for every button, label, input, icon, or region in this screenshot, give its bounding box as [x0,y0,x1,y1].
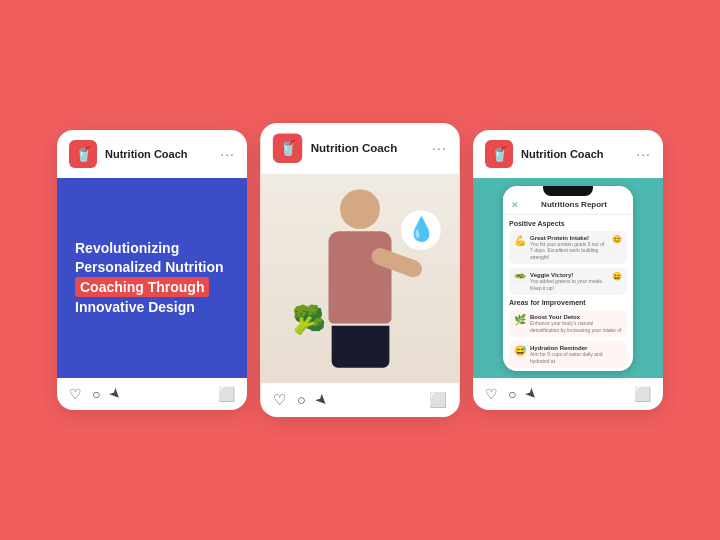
phone-notch [543,186,593,196]
bookmark-icon-2[interactable]: ⬜ [429,392,447,409]
card-2-content: 🥦 💧 [260,173,460,383]
share-icon-2[interactable]: ➤ [312,390,333,411]
card-2-header: 🥤 Nutrition Coach ··· [260,123,460,173]
comment-icon-3[interactable]: ○ [508,386,516,402]
nutrition-desc-2: You added greens to your meals. Keep it … [530,278,608,291]
heart-icon[interactable]: ♡ [69,386,82,402]
nutrition-desc-1: You hit your protein goals 5 out of 7 da… [530,241,608,261]
card-1-highlight: Coaching Through [75,277,209,297]
card-3: 🥤 Nutrition Coach ··· ✕ Nutritions Repor… [473,130,663,410]
card-3-content: ✕ Nutritions Report Positive Aspects 💪 G… [473,178,663,378]
card-2: 🥤 Nutrition Coach ··· 🥦 💧 [260,123,460,417]
bookmark-icon-3[interactable]: ⬜ [634,386,651,402]
nutrition-item-2: 🥗 Veggie Victory! You added greens to yo… [509,268,627,295]
card-2-username: Nutrition Coach [311,142,424,155]
positive-section-title: Positive Aspects [509,220,627,227]
card-2-image: 🥦 💧 [260,173,460,383]
heart-icon-2[interactable]: ♡ [273,392,287,409]
nutrition-icon-2: 🥗 [514,272,526,283]
card-1-username: Nutrition Coach [105,148,212,160]
card-1-content: Revolutionizing Personalized Nutrition C… [57,178,247,378]
nutrition-item-1: 💪 Great Protein Intake! You hit your pro… [509,231,627,265]
card-3-footer: ♡ ○ ➤ ⬜ [473,378,663,410]
share-icon-3[interactable]: ➤ [523,384,543,404]
person-legs [331,326,389,368]
improvement-section: Areas for Improvement 🌿 Boost Your Detox… [509,299,627,368]
card-3-image: ✕ Nutritions Report Positive Aspects 💪 G… [473,178,663,378]
improvement-section-title: Areas for Improvement [509,299,627,306]
comment-icon[interactable]: ○ [92,386,100,402]
person-figure [313,189,408,368]
phone-app-body: Positive Aspects 💪 Great Protein Intake!… [503,215,633,371]
positive-icon-1: 😊 [612,235,622,244]
improvement-item-1: 🌿 Boost Your Detox Enhance your body's n… [509,310,627,337]
card-2-dots[interactable]: ··· [432,140,447,157]
improvement-text-2: Hydration Reminder Aim for 8 cups of wat… [530,345,622,364]
card-1-avatar: 🥤 [69,140,97,168]
person-arms [369,246,424,280]
comment-icon-2[interactable]: ○ [297,392,306,409]
nutrition-text-1: Great Protein Intake! You hit your prote… [530,235,608,261]
phone-mockup: ✕ Nutritions Report Positive Aspects 💪 G… [503,186,633,371]
phone-back-button[interactable]: ✕ [511,200,519,210]
person-body [329,231,392,324]
improvement-icon-2: 😅 [514,345,526,356]
cards-container: 🥤 Nutrition Coach ··· Revolutionizing Pe… [37,110,683,430]
nutrition-text-2: Veggie Victory! You added greens to your… [530,272,608,291]
card-1-dots[interactable]: ··· [220,146,235,162]
card-3-header: 🥤 Nutrition Coach ··· [473,130,663,178]
heart-icon-3[interactable]: ♡ [485,386,498,402]
card-1: 🥤 Nutrition Coach ··· Revolutionizing Pe… [57,130,247,410]
card-1-title: Revolutionizing Personalized Nutrition C… [75,239,229,317]
broccoli-emoji: 🥦 [292,304,326,337]
share-icon[interactable]: ➤ [107,384,127,404]
card-2-footer: ♡ ○ ➤ ⬜ [260,383,460,417]
phone-app-title: Nutritions Report [523,200,625,209]
card-1-header: 🥤 Nutrition Coach ··· [57,130,247,178]
improvement-icon-1: 🌿 [514,314,526,325]
improvement-desc-1: Enhance your body's natural detoxificati… [530,320,622,333]
bookmark-icon[interactable]: ⬜ [218,386,235,402]
improvement-text-1: Boost Your Detox Enhance your body's nat… [530,314,622,333]
card-3-avatar: 🥤 [485,140,513,168]
person-head [340,189,380,228]
card-1-image: Revolutionizing Personalized Nutrition C… [57,178,247,378]
card-1-footer: ♡ ○ ➤ ⬜ [57,378,247,410]
card-3-dots[interactable]: ··· [636,146,651,162]
positive-icon-2: 😄 [612,272,622,281]
improvement-item-2: 😅 Hydration Reminder Aim for 8 cups of w… [509,341,627,368]
nutrition-icon-1: 💪 [514,235,526,246]
card-2-avatar: 🥤 [273,134,302,163]
water-emoji: 💧 [401,210,441,250]
phone-app-header: ✕ Nutritions Report [503,196,633,215]
card-3-username: Nutrition Coach [521,148,628,160]
improvement-desc-2: Aim for 8 cups of water daily and hydrat… [530,351,622,364]
